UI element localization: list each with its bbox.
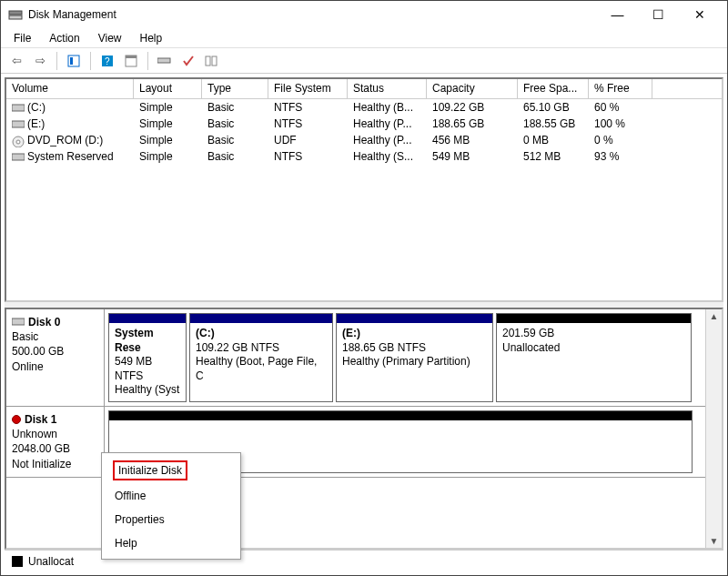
svg-text:?: ? [105, 56, 110, 66]
toolbar-btn-4[interactable] [155, 51, 175, 71]
toolbar-separator [147, 52, 148, 70]
partition[interactable]: (C:)109.22 GB NTFSHealthy (Boot, Page Fi… [189, 313, 333, 402]
legend-unallocated-label: Unallocat [28, 555, 74, 568]
back-button[interactable]: ⇦ [6, 51, 26, 71]
toolbar-btn-1[interactable] [64, 51, 84, 71]
volume-list: Volume Layout Type File System Status Ca… [5, 77, 723, 302]
col-volume[interactable]: Volume [6, 79, 134, 98]
svg-rect-8 [157, 58, 170, 63]
drive-icon [12, 136, 25, 146]
col-free[interactable]: Free Spa... [518, 79, 589, 98]
partition[interactable]: System Rese549 MB NTFSHealthy (Syst [108, 313, 187, 402]
svg-rect-1 [9, 15, 22, 19]
svg-rect-10 [212, 56, 217, 66]
toolbar-btn-3[interactable] [121, 51, 141, 71]
vertical-scrollbar[interactable]: ▲ ▼ [705, 309, 722, 548]
col-pctfree[interactable]: % Free [589, 79, 652, 98]
context-menu: Initialize Disk Offline Properties Help [101, 452, 241, 560]
disk-info[interactable]: Disk 0Basic500.00 GBOnline [6, 309, 105, 406]
svg-rect-16 [12, 318, 25, 325]
forward-button[interactable]: ⇨ [30, 51, 50, 71]
forward-arrow-icon: ⇨ [35, 54, 46, 67]
partition[interactable]: 201.59 GBUnallocated [496, 313, 692, 402]
col-type[interactable]: Type [202, 79, 268, 98]
svg-rect-15 [12, 154, 25, 160]
menu-item-help[interactable]: Help [102, 531, 240, 555]
svg-rect-11 [12, 105, 25, 111]
window-title: Disk Management [28, 8, 597, 21]
toolbar-btn-6[interactable] [202, 51, 222, 71]
scroll-down-icon: ▼ [710, 536, 719, 546]
help-button[interactable]: ? [97, 51, 117, 71]
menu-item-properties[interactable]: Properties [102, 508, 240, 531]
back-arrow-icon: ⇦ [12, 54, 22, 67]
drive-icon [12, 152, 25, 162]
volume-list-header: Volume Layout Type File System Status Ca… [6, 79, 722, 99]
svg-rect-0 [9, 11, 22, 15]
app-icon [8, 7, 23, 22]
menu-action[interactable]: Action [40, 30, 88, 46]
scroll-up-icon: ▲ [710, 311, 719, 321]
toolbar-separator [90, 52, 91, 70]
maximize-button[interactable]: ☐ [638, 1, 679, 28]
minimize-button[interactable]: — [597, 1, 638, 28]
svg-rect-12 [12, 121, 25, 127]
toolbar: ⇦ ⇨ ? [1, 48, 727, 74]
svg-point-14 [16, 140, 20, 144]
disk-row: Disk 0Basic500.00 GBOnlineSystem Rese549… [6, 309, 705, 407]
col-capacity[interactable]: Capacity [427, 79, 518, 98]
svg-rect-7 [126, 56, 136, 58]
disk-partitions: System Rese549 MB NTFSHealthy (Syst(C:)1… [105, 309, 705, 406]
disk-info[interactable]: Disk 1Unknown2048.00 GBNot Initialize [6, 407, 105, 477]
partition[interactable]: (E:)188.65 GB NTFSHealthy (Primary Parti… [336, 313, 493, 402]
col-filesystem[interactable]: File System [268, 79, 348, 98]
svg-rect-9 [206, 56, 210, 66]
volume-row[interactable]: (C:)SimpleBasicNTFSHealthy (B...109.22 G… [6, 99, 722, 116]
menu-help[interactable]: Help [131, 30, 172, 46]
drive-icon [12, 119, 25, 129]
svg-rect-2 [68, 56, 79, 66]
volume-row[interactable]: (E:)SimpleBasicNTFSHealthy (P...188.65 G… [6, 116, 722, 132]
menu-file[interactable]: File [5, 30, 40, 46]
menu-item-offline[interactable]: Offline [102, 484, 240, 508]
legend-square-unallocated [12, 556, 23, 567]
menu-item-initialize-disk[interactable]: Initialize Disk [102, 457, 240, 484]
drive-icon [12, 103, 25, 113]
volume-row[interactable]: DVD_ROM (D:)SimpleBasicUDFHealthy (P...4… [6, 132, 722, 148]
toolbar-btn-5[interactable] [178, 51, 198, 71]
titlebar: Disk Management — ☐ ✕ [1, 1, 727, 28]
error-icon [12, 415, 21, 424]
menubar: File Action View Help [1, 28, 727, 48]
col-layout[interactable]: Layout [134, 79, 202, 98]
col-status[interactable]: Status [348, 79, 427, 98]
toolbar-separator [56, 52, 57, 70]
close-button[interactable]: ✕ [679, 1, 720, 28]
svg-rect-3 [70, 57, 73, 65]
volume-row[interactable]: System ReservedSimpleBasicNTFSHealthy (S… [6, 148, 722, 165]
highlight-box: Initialize Disk [113, 460, 187, 480]
menu-view[interactable]: View [89, 30, 131, 46]
